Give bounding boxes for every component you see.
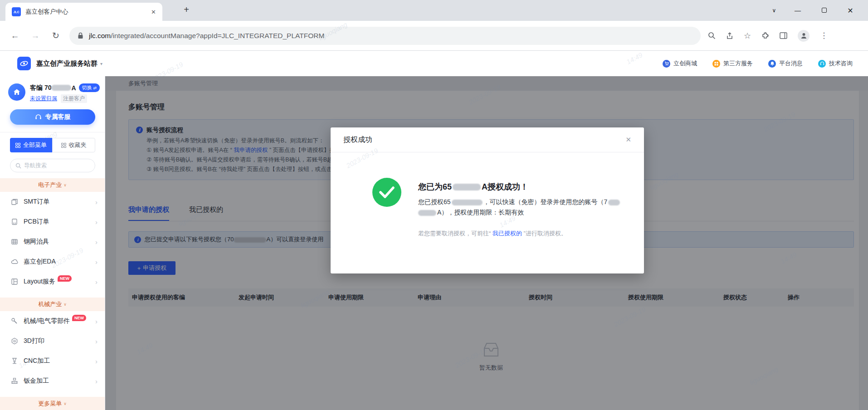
grid-icon xyxy=(61,143,66,148)
browser-actions: ☆ ⋮ xyxy=(708,30,828,42)
page: JLC 嘉立创客户中心 ✕ + ∨ — ✕ ← → ↻ jlc.com/inte… xyxy=(0,0,868,410)
chevron-right-icon: › xyxy=(95,258,98,266)
section-machinery[interactable]: 机械产业 ∨ xyxy=(0,298,105,311)
body-mid: ，可以快速（免密）登录并使用您的账号（7 xyxy=(483,198,608,205)
chevron-right-icon: › xyxy=(95,238,98,246)
section-title: 机械产业 xyxy=(38,300,62,308)
sidebar-item-cnc[interactable]: CNC加工 › xyxy=(0,351,105,371)
link-lcsc-mall[interactable]: 立创商城 xyxy=(663,59,697,68)
sidebar-item-eda[interactable]: 嘉立创EDA › xyxy=(0,252,105,272)
user-info: 客编 70 A 切换 ⇄ 未设置归属 注册客户 xyxy=(30,83,100,103)
maximize-button[interactable] xyxy=(811,7,837,14)
modal-body: 您已为65 A授权成功！ 您已授权65，可以快速（免密）登录并使用您的账号（7 … xyxy=(331,152,644,273)
browser-menu-icon[interactable]: ⋮ xyxy=(820,31,828,40)
link-label: 平台消息 xyxy=(779,59,803,68)
i-authorized-link[interactable]: 我已授权的 xyxy=(493,230,522,237)
url-text: jlc.com/integrated/accountManage?appId=J… xyxy=(89,32,324,40)
share-icon[interactable] xyxy=(726,32,733,39)
sidebar-item-3d-print[interactable]: 3D打印 › xyxy=(0,331,105,351)
chevron-down-icon: ∨ xyxy=(63,302,67,307)
tab-title: 嘉立创客户中心 xyxy=(25,8,151,16)
side-panel-icon[interactable] xyxy=(780,32,787,39)
section-title: 电子产业 xyxy=(38,181,62,189)
cnc-tool-icon xyxy=(11,357,19,365)
switch-label: 切换 xyxy=(82,84,92,91)
sidebar-item-stencil[interactable]: 钢网治具 › xyxy=(0,232,105,252)
brand-dropdown-icon[interactable]: ▾ xyxy=(100,61,102,66)
sidebar-item-label: 3D打印 xyxy=(24,337,44,345)
sidebar-item-label: SMT订单 xyxy=(24,198,50,206)
reload-icon[interactable]: ↻ xyxy=(50,30,61,41)
header-links: 立创商城 第三方服务 平台消息 技术咨询 xyxy=(663,59,853,68)
chevron-down-icon: ∨ xyxy=(63,401,67,406)
back-icon[interactable]: ← xyxy=(10,31,20,41)
site-group-title[interactable]: 嘉立创产业服务站群 xyxy=(36,59,98,68)
nav-search-input[interactable] xyxy=(24,162,83,169)
zoom-search-icon[interactable] xyxy=(708,32,716,39)
tab-close-icon[interactable]: ✕ xyxy=(151,9,156,15)
modal-close-icon[interactable]: ✕ xyxy=(625,136,631,144)
section-electronics[interactable]: 电子产业 ∨ xyxy=(0,178,105,192)
sidebar-item-label: 嘉立创EDA xyxy=(24,258,56,266)
browser-profile-avatar[interactable] xyxy=(798,30,809,42)
ownership-link[interactable]: 未设置归属 xyxy=(30,95,57,102)
user-links: 未设置归属 注册客户 xyxy=(30,94,100,103)
auth-success-modal: 授权成功 ✕ 您已为65 A授权成功！ 您已授权65，可以快速（免密）登录并使用… xyxy=(331,127,644,273)
sidebar-item-smt-order[interactable]: SMT订单 › xyxy=(0,192,105,212)
jlc-logo[interactable] xyxy=(17,57,31,70)
third-party-grid-icon xyxy=(712,60,720,68)
sidebar-item-layout-service[interactable]: Layout服务 NEW › xyxy=(0,272,105,292)
window-close-button[interactable]: ✕ xyxy=(837,6,863,15)
new-tab-button[interactable]: + xyxy=(180,5,192,15)
maximize-icon xyxy=(822,8,827,13)
layout-icon xyxy=(11,278,19,285)
extensions-puzzle-icon[interactable] xyxy=(761,32,769,39)
smt-order-icon xyxy=(11,198,19,205)
browser-urlbar: ← → ↻ jlc.com/integrated/accountManage?a… xyxy=(0,21,868,51)
minimize-button[interactable]: — xyxy=(785,7,811,14)
tab-favorites[interactable]: 收藏夹 xyxy=(52,138,95,152)
menu-tabs: 全部菜单 收藏夹 xyxy=(10,138,95,152)
modal-header: 授权成功 ✕ xyxy=(331,127,644,152)
sidebar: 客编 70 A 切换 ⇄ 未设置归属 注册客户 xyxy=(0,76,105,410)
forward-icon[interactable]: → xyxy=(30,31,41,41)
link-tech-support[interactable]: 技术咨询 xyxy=(818,59,853,68)
success-heading: 您已为65 A授权成功！ xyxy=(418,181,634,192)
url-field[interactable]: jlc.com/integrated/accountManage?appId=J… xyxy=(69,27,701,45)
chevron-down-icon: ∨ xyxy=(63,183,67,187)
sidebar-item-label: 机械/电气零部件 xyxy=(24,317,70,325)
heading-pre: 您已为65 xyxy=(418,181,452,192)
browser-tab[interactable]: JLC 嘉立创客户中心 ✕ xyxy=(5,3,162,21)
service-button-label: 专属客服 xyxy=(45,113,71,121)
url-domain: jlc.com xyxy=(89,32,111,39)
stencil-grid-icon xyxy=(11,238,19,245)
sheet-metal-icon xyxy=(11,377,19,385)
mall-cart-icon xyxy=(663,60,670,68)
dedicated-service-button[interactable]: 专属客服 xyxy=(10,109,95,125)
link-third-party[interactable]: 第三方服务 xyxy=(712,59,753,68)
section-more-menu[interactable]: 更多菜单 ∨ xyxy=(0,397,105,410)
switch-account-button[interactable]: 切换 ⇄ xyxy=(79,83,100,92)
body-line-1: 您已授权65，可以快速（免密）登录并使用您的账号（7 xyxy=(418,197,634,207)
browser-tabbar: JLC 嘉立创客户中心 ✕ + ∨ — ✕ xyxy=(0,0,868,21)
redacted-account xyxy=(453,184,481,190)
sidebar-item-mech-parts[interactable]: 机械/电气零部件 NEW › xyxy=(0,311,105,331)
service-headset-icon xyxy=(35,114,42,120)
tab-search-icon[interactable]: ∨ xyxy=(764,7,785,14)
link-platform-messages[interactable]: 平台消息 xyxy=(768,59,803,68)
note-pre: 若您需要取消授权，可前往“ xyxy=(418,230,493,237)
user-block: 客编 70 A 切换 ⇄ 未设置归属 注册客户 xyxy=(8,83,105,103)
bookmark-star-icon[interactable]: ☆ xyxy=(744,31,751,41)
bell-icon xyxy=(768,60,776,68)
success-body: 您已授权65，可以快速（免密）登录并使用您的账号（7 A），授权使用期限：长期有… xyxy=(418,197,634,218)
3d-print-icon xyxy=(11,337,19,345)
sidebar-item-pcb-order[interactable]: PCB订单 › xyxy=(0,212,105,232)
nav-search-box[interactable] xyxy=(10,159,95,172)
customer-code-suffix: A xyxy=(71,84,76,92)
redacted-account xyxy=(452,200,483,205)
window-controls: ∨ — ✕ xyxy=(764,0,863,21)
link-label: 技术咨询 xyxy=(829,59,853,68)
tab-all-menu[interactable]: 全部菜单 xyxy=(10,138,52,152)
user-avatar[interactable] xyxy=(8,83,25,101)
sidebar-item-sheet-metal[interactable]: 钣金加工 › xyxy=(0,371,105,391)
